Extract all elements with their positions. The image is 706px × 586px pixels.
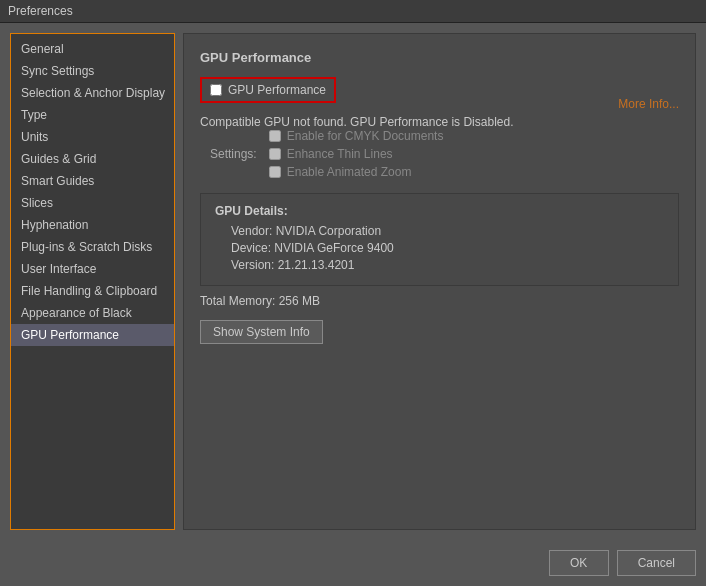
title-bar-label: Preferences — [8, 4, 73, 18]
footer: OK Cancel — [0, 540, 706, 586]
cancel-button[interactable]: Cancel — [617, 550, 696, 576]
sidebar-item-file-handling[interactable]: File Handling & Clipboard — [11, 280, 174, 302]
cmyk-checkbox-row: Enable for CMYK Documents — [269, 129, 444, 143]
gpu-details-section: GPU Details: Vendor: NVIDIA Corporation … — [200, 193, 679, 286]
gpu-checkbox-label: GPU Performance — [228, 83, 326, 97]
compatible-row: Compatible GPU not found. GPU Performanc… — [200, 115, 679, 129]
gpu-device: Device: NVIDIA GeForce 9400 — [231, 241, 664, 255]
thin-lines-checkbox[interactable] — [269, 148, 281, 160]
cmyk-label: Enable for CMYK Documents — [287, 129, 444, 143]
thin-lines-label: Enhance Thin Lines — [287, 147, 393, 161]
sidebar-item-slices[interactable]: Slices — [11, 192, 174, 214]
animated-zoom-checkbox[interactable] — [269, 166, 281, 178]
settings-row: Settings: Enable for CMYK Documents Enha… — [210, 129, 679, 179]
gpu-performance-checkbox[interactable] — [210, 84, 222, 96]
gpu-version: Version: 21.21.13.4201 — [231, 258, 664, 272]
total-memory-row: Total Memory: 256 MB — [200, 294, 679, 308]
sidebar-item-appearance-black[interactable]: Appearance of Black — [11, 302, 174, 324]
sidebar-item-guides-grid[interactable]: Guides & Grid — [11, 148, 174, 170]
gpu-details-title: GPU Details: — [215, 204, 664, 218]
cmyk-checkbox[interactable] — [269, 130, 281, 142]
sidebar-item-units[interactable]: Units — [11, 126, 174, 148]
thin-lines-checkbox-row: Enhance Thin Lines — [269, 147, 444, 161]
sidebar-item-general[interactable]: General — [11, 38, 174, 60]
sidebar-item-selection-anchor[interactable]: Selection & Anchor Display — [11, 82, 174, 104]
sidebar-item-smart-guides[interactable]: Smart Guides — [11, 170, 174, 192]
sidebar: General Sync Settings Selection & Anchor… — [10, 33, 175, 530]
ok-button[interactable]: OK — [549, 550, 609, 576]
settings-label: Settings: — [210, 147, 257, 161]
sidebar-item-hyphenation[interactable]: Hyphenation — [11, 214, 174, 236]
sidebar-item-type[interactable]: Type — [11, 104, 174, 126]
more-info-link[interactable]: More Info... — [618, 97, 679, 111]
settings-options: Enable for CMYK Documents Enhance Thin L… — [269, 129, 444, 179]
gpu-checkbox-row: GPU Performance — [200, 77, 336, 103]
show-system-info-button[interactable]: Show System Info — [200, 320, 323, 344]
content-panel: GPU Performance GPU Performance Compatib… — [183, 33, 696, 530]
sidebar-item-gpu-performance[interactable]: GPU Performance — [11, 324, 174, 346]
animated-zoom-checkbox-row: Enable Animated Zoom — [269, 165, 444, 179]
sidebar-item-plugins[interactable]: Plug-ins & Scratch Disks — [11, 236, 174, 258]
title-bar: Preferences — [0, 0, 706, 23]
section-title: GPU Performance — [200, 50, 679, 65]
sidebar-item-sync-settings[interactable]: Sync Settings — [11, 60, 174, 82]
animated-zoom-label: Enable Animated Zoom — [287, 165, 412, 179]
sidebar-item-user-interface[interactable]: User Interface — [11, 258, 174, 280]
content-area: GPU Performance GPU Performance Compatib… — [183, 33, 696, 530]
compatible-text: Compatible GPU not found. GPU Performanc… — [200, 115, 513, 129]
gpu-vendor: Vendor: NVIDIA Corporation — [231, 224, 664, 238]
dialog-body: General Sync Settings Selection & Anchor… — [0, 23, 706, 540]
